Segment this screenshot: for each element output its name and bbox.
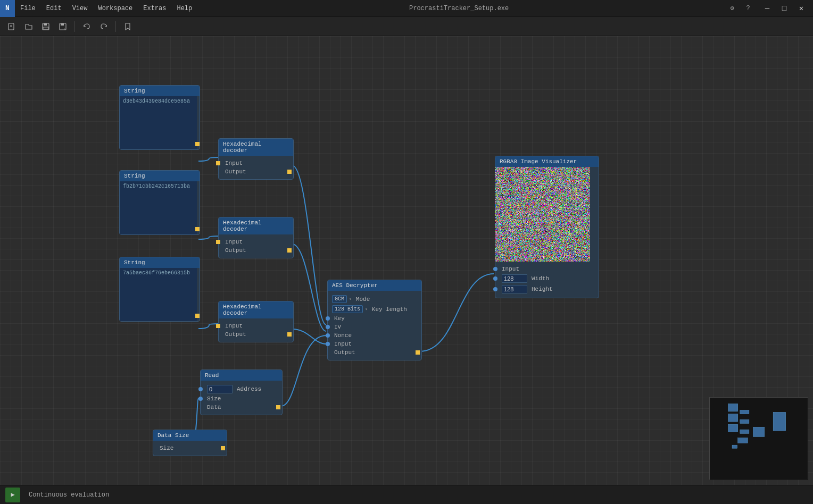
read-data-port[interactable]	[276, 405, 280, 409]
statusbar: ▶ Continuous evaluation	[0, 485, 813, 504]
aes-key-label: Key	[334, 315, 345, 322]
aes-key-port[interactable]	[326, 316, 330, 321]
svg-rect-7	[61, 23, 64, 26]
bookmark-button[interactable]	[120, 19, 135, 34]
hex-node-1[interactable]: Hexadecimal decoder Input Output	[218, 138, 294, 180]
rgba-node[interactable]: RGBA8 Image Visualizer Input Width Heigh…	[495, 156, 599, 298]
maximize-button[interactable]: □	[777, 1, 792, 16]
window-title: ProcrastiTracker_Setup.exe	[197, 5, 720, 12]
hex-node-3-output-port[interactable]	[287, 332, 292, 337]
aes-input-port[interactable]	[326, 342, 330, 346]
hex-node-1-output-port[interactable]	[287, 170, 292, 174]
save-as-button[interactable]: +	[55, 19, 70, 34]
aes-nonce-row: Nonce	[332, 331, 417, 340]
aes-keylength-value[interactable]: 128 Bits	[332, 305, 363, 313]
play-button[interactable]: ▶	[5, 488, 20, 502]
hex-node-2-input-port[interactable]	[216, 240, 220, 244]
menu-view[interactable]: View	[67, 0, 93, 17]
aes-nonce-port[interactable]	[326, 333, 330, 338]
hex-node-3-input-port[interactable]	[216, 324, 220, 328]
toolbar-separator-2	[115, 21, 116, 32]
aes-mode-value[interactable]: GCM	[332, 295, 347, 303]
rgba-width-input[interactable]	[502, 274, 527, 283]
noise-canvas	[495, 167, 590, 262]
aes-nonce-label: Nonce	[334, 332, 352, 339]
string-node-3-output-port[interactable]	[195, 314, 200, 318]
menu-file[interactable]: File	[15, 0, 41, 17]
menu-edit[interactable]: Edit	[41, 0, 67, 17]
aes-mode-arrow: ▾	[349, 297, 352, 301]
string-node-1-body: d3eb43d439e84dce5e85a	[120, 96, 197, 149]
hex-node-3-input-label: Input	[225, 323, 243, 329]
menu-help[interactable]: Help	[171, 0, 197, 17]
aes-iv-port[interactable]	[326, 325, 330, 329]
hex-node-3-body: Input Output	[219, 318, 293, 342]
hex-node-3-output-label: Output	[225, 331, 246, 338]
status-text: Continuous evaluation	[29, 491, 109, 499]
hex-node-2-output-port[interactable]	[287, 248, 292, 253]
play-icon: ▶	[11, 491, 14, 499]
read-size-port[interactable]	[198, 397, 203, 401]
title-icons: ⚙ ?	[720, 2, 760, 15]
aes-input-label: Input	[334, 341, 352, 347]
hex-node-2[interactable]: Hexadecimal decoder Input Output	[218, 217, 294, 258]
aes-iv-label: IV	[334, 324, 341, 330]
string-node-3-header: String	[120, 257, 200, 268]
settings-icon[interactable]: ⚙	[726, 2, 739, 15]
rgba-node-header: RGBA8 Image Visualizer	[495, 156, 599, 167]
read-data-row: Data	[205, 403, 278, 411]
datasize-node-body: Size	[153, 441, 227, 456]
aes-node-body: GCM ▾ Mode 128 Bits ▾ Key length Key IV	[328, 291, 421, 360]
menu-workspace[interactable]: Workspace	[93, 0, 138, 17]
svg-text:+: +	[64, 27, 66, 31]
string-node-2[interactable]: String fb2b71cbb242c165713ba	[119, 170, 200, 235]
toolbar-separator-1	[74, 21, 75, 32]
close-button[interactable]: ✕	[794, 1, 809, 16]
rgba-input-port[interactable]	[493, 267, 497, 271]
help-icon[interactable]: ?	[742, 2, 754, 15]
string-node-3[interactable]: String 7a5baec86f76ebe66315b	[119, 257, 200, 322]
aes-mode-row: GCM ▾ Mode	[332, 294, 417, 304]
read-address-input[interactable]	[207, 385, 233, 393]
minimap	[709, 397, 808, 480]
hex-node-2-header: Hexadecimal decoder	[219, 217, 293, 234]
hex-node-3[interactable]: Hexadecimal decoder Input Output	[218, 301, 294, 342]
hex-node-2-input-label: Input	[225, 239, 243, 245]
minimize-button[interactable]: ─	[760, 1, 775, 16]
read-size-label: Size	[207, 396, 221, 402]
rgba-width-port[interactable]	[493, 276, 497, 281]
rgba-height-input[interactable]	[502, 285, 527, 293]
datasize-node[interactable]: Data Size Size	[153, 430, 227, 456]
redo-button[interactable]	[96, 19, 111, 34]
canvas-area[interactable]: String d3eb43d439e84dce5e85a String fb2b…	[0, 36, 813, 485]
read-node[interactable]: Read Address Size Data	[200, 369, 283, 415]
read-address-port[interactable]	[198, 387, 203, 391]
string-node-3-value: 7a5baec86f76ebe66315b	[123, 270, 190, 276]
string-node-2-body: fb2b71cbb242c165713ba	[120, 181, 197, 234]
rgba-viz-image	[495, 167, 590, 262]
string-node-1-output-port[interactable]	[195, 142, 200, 146]
aes-keylength-row: 128 Bits ▾ Key length	[332, 304, 417, 314]
datasize-size-port[interactable]	[221, 446, 225, 450]
hex-node-2-body: Input Output	[219, 234, 293, 258]
read-size-row: Size	[205, 394, 278, 403]
undo-button[interactable]	[79, 19, 94, 34]
string-node-3-body: 7a5baec86f76ebe66315b	[120, 268, 197, 321]
aes-output-port[interactable]	[416, 350, 420, 355]
hex-node-2-output-row: Output	[223, 246, 289, 255]
new-button[interactable]	[4, 19, 19, 34]
rgba-height-label: Height	[532, 286, 553, 292]
menu-extras[interactable]: Extras	[138, 0, 171, 17]
hex-node-1-input-port[interactable]	[216, 161, 220, 165]
string-node-1[interactable]: String d3eb43d439e84dce5e85a	[119, 85, 200, 150]
read-address-label: Address	[237, 386, 261, 392]
string-node-2-header: String	[120, 171, 200, 181]
hex-node-1-output-row: Output	[223, 167, 289, 176]
save-button[interactable]	[38, 19, 53, 34]
rgba-width-row: Width	[500, 273, 594, 284]
string-node-2-output-port[interactable]	[195, 227, 200, 231]
aes-node[interactable]: AES Decrypter GCM ▾ Mode 128 Bits ▾ Key …	[327, 280, 422, 360]
aes-mode-label: Mode	[356, 296, 370, 303]
open-button[interactable]	[21, 19, 36, 34]
rgba-height-port[interactable]	[493, 287, 497, 291]
